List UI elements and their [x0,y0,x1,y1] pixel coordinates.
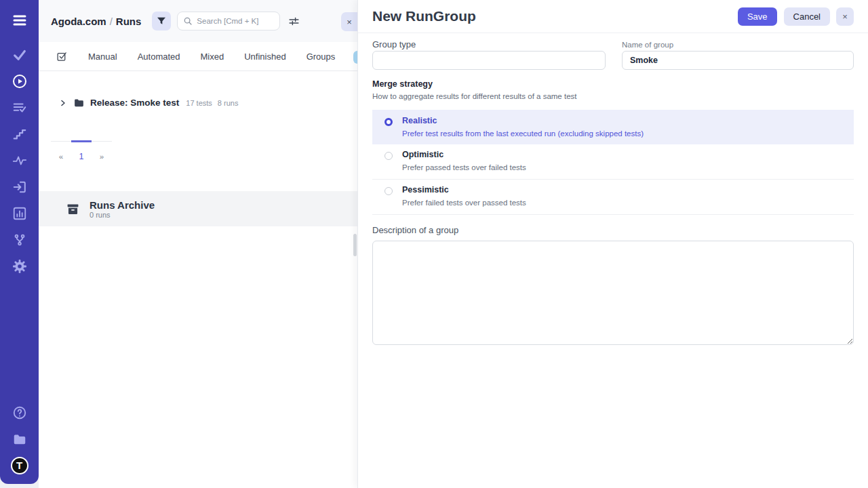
archive-count: 0 runs [90,211,155,219]
runs-header: Agoda.com/Runs × [39,0,357,42]
tab-unfinished[interactable]: Unfinished [244,52,285,62]
chevron-right-icon[interactable] [59,99,67,107]
folder-icon [73,97,85,108]
bar-chart-icon[interactable] [6,200,33,226]
merge-strategy-options: Realistic Prefer test results from the l… [372,110,854,215]
steps-icon[interactable] [6,121,33,147]
pagination-prev[interactable]: « [51,142,71,161]
help-icon[interactable] [6,399,33,426]
tab-manual[interactable]: Manual [88,52,117,62]
workspace-avatar[interactable]: T [6,452,33,479]
radio-icon[interactable] [384,118,393,126]
run-group-tests-count: 17 tests [186,99,212,107]
option-realistic[interactable]: Realistic Prefer test results from the l… [372,110,854,144]
search-box[interactable] [177,12,280,30]
filter-tabs: Manual Automated Mixed Unfinished Groups… [39,42,357,71]
adjustments-button[interactable] [288,16,300,27]
sidebar: T [0,0,39,484]
description-label: Description of a group [372,225,854,237]
panel-header: New RunGroup Save Cancel × [358,0,868,33]
filter-drawer-close-button[interactable]: × [341,12,357,31]
new-rungroup-panel: New RunGroup Save Cancel × Group type Na… [357,0,868,488]
option-pessimistic[interactable]: Pessimistic Prefer failed tests over pas… [372,180,854,215]
sign-in-icon[interactable] [6,174,33,200]
group-type-field: Group type [372,39,606,70]
radio-icon[interactable] [384,152,393,160]
page-title: New RunGroup [372,8,738,24]
gear-icon[interactable] [6,253,33,279]
search-input[interactable] [197,17,271,25]
run-group-runs-count: 8 runs [218,99,239,107]
breadcrumb-section[interactable]: Runs [116,16,142,27]
activity-icon[interactable] [6,147,33,174]
folder-icon[interactable] [6,426,33,452]
close-icon[interactable]: × [836,7,854,26]
name-of-group-input[interactable] [622,51,854,70]
select-runs-icon[interactable] [56,51,68,62]
merge-strategy-hint: How to aggregate results for different r… [372,92,854,100]
tab-mixed[interactable]: Mixed [201,52,224,62]
merge-strategy-label: Merge strategy [372,79,854,89]
run-group-row[interactable]: Release: Smoke test 17 tests 8 runs [39,97,357,108]
runs-archive-row[interactable]: Runs Archive 0 runs [39,191,357,226]
group-type-input[interactable] [372,51,606,70]
logo-t-icon: T [11,457,28,474]
pagination-page-1[interactable]: 1 [71,140,92,161]
name-field: Name of group [622,39,854,70]
run-group-title[interactable]: Release: Smoke test [90,98,179,108]
merge-strategy-section: Merge strategy How to aggregate results … [372,79,854,215]
description-textarea[interactable] [372,241,854,345]
check-icon[interactable] [6,41,33,68]
play-circle-icon[interactable] [6,68,33,94]
group-type-label: Group type [372,39,606,51]
tab-automated[interactable]: Automated [138,52,180,62]
tab-groups[interactable]: Groups [307,52,336,62]
runs-panel: Agoda.com/Runs × Manual Automated Mixed … [39,0,357,488]
sliders-icon [288,16,300,27]
cancel-button[interactable]: Cancel [784,7,830,26]
archive-title: Runs Archive [90,199,155,211]
fork-icon[interactable] [6,226,33,253]
search-icon [183,16,193,26]
name-of-group-label: Name of group [622,39,854,51]
option-optimistic[interactable]: Optimistic Prefer passed tests over fail… [372,144,854,180]
filter-button[interactable] [152,12,171,30]
pagination: « 1 » [51,141,112,161]
list-check-icon[interactable] [6,94,33,121]
description-section: Description of a group [372,225,854,348]
radio-icon[interactable] [384,187,393,195]
menu-icon[interactable] [9,10,30,30]
breadcrumb-project[interactable]: Agoda.com [51,16,106,27]
pagination-next[interactable]: » [92,142,112,161]
scrollbar-thumb[interactable] [353,234,357,256]
breadcrumb: Agoda.com/Runs [51,16,141,27]
funnel-icon [156,16,167,26]
save-button[interactable]: Save [738,7,777,26]
archive-icon [66,202,80,216]
